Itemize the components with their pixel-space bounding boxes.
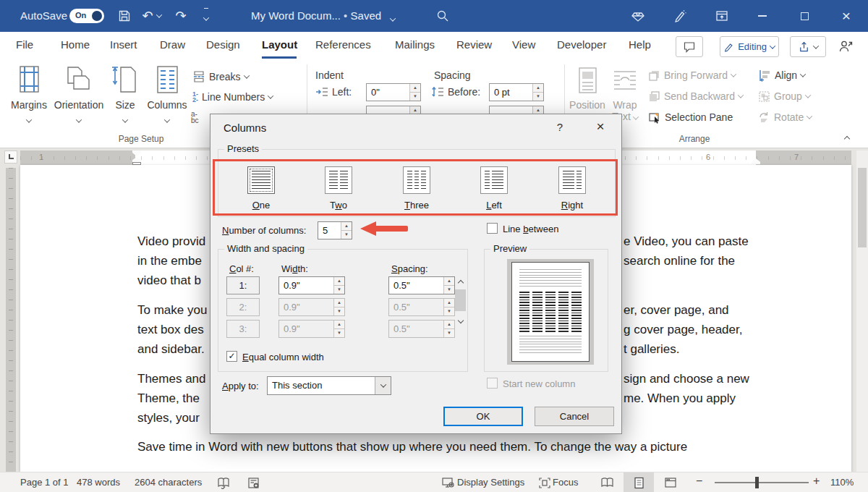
draw-pen-icon[interactable] bbox=[671, 7, 689, 25]
combobox-dropdown-icon[interactable] bbox=[375, 377, 391, 394]
character-count[interactable]: 2604 characters bbox=[135, 477, 202, 488]
zoom-in-button[interactable]: + bbox=[813, 475, 820, 488]
start-new-column-label: Start new column bbox=[503, 378, 575, 389]
scrollbar-thumb[interactable] bbox=[858, 168, 867, 247]
tab-insert[interactable]: Insert bbox=[110, 38, 137, 51]
hyphenation-button[interactable]: a-bc bbox=[191, 109, 199, 125]
equal-column-width-label: Equal column width bbox=[242, 352, 324, 362]
editing-mode-button[interactable]: Editing bbox=[720, 36, 779, 57]
search-icon[interactable] bbox=[434, 7, 451, 25]
apply-to-combobox[interactable]: This section bbox=[267, 376, 391, 395]
width-spinner-1[interactable]: ▲▼ bbox=[333, 277, 344, 294]
read-mode-button[interactable] bbox=[592, 472, 622, 492]
saved-status: Saved bbox=[351, 9, 382, 22]
scroll-up-icon[interactable] bbox=[454, 276, 467, 287]
equal-column-width-checkbox[interactable]: ✓ bbox=[226, 351, 237, 362]
minimize-button[interactable] bbox=[754, 7, 771, 25]
indent-left-row: Left: bbox=[315, 84, 352, 100]
apply-to-label: Apply to: bbox=[222, 381, 259, 391]
saved-dropdown-icon[interactable] bbox=[388, 11, 398, 28]
ok-button[interactable]: OK bbox=[443, 407, 523, 426]
spacing-spinner-1[interactable]: ▲▼ bbox=[443, 277, 454, 294]
focus-mode-label[interactable]: Focus bbox=[553, 477, 578, 488]
number-of-columns-spinner[interactable]: ▲▼ bbox=[341, 222, 352, 239]
premium-diamond-icon[interactable] bbox=[629, 7, 647, 25]
orientation-button[interactable]: Orientation bbox=[54, 63, 104, 125]
tab-design[interactable]: Design bbox=[206, 38, 240, 51]
rotate-button: Rotate bbox=[758, 109, 812, 125]
spacing-field-1[interactable]: 0.5" ▲▼ bbox=[388, 276, 455, 294]
tab-references[interactable]: References bbox=[315, 38, 371, 51]
tab-review[interactable]: Review bbox=[456, 38, 492, 51]
spacing-before-spinner[interactable]: ▲▼ bbox=[532, 84, 543, 101]
maximize-button[interactable] bbox=[796, 7, 813, 25]
width-field-1[interactable]: 0.9" ▲▼ bbox=[278, 276, 345, 294]
zoom-level[interactable]: 110% bbox=[830, 477, 854, 488]
width-field-3: 0.9" ▲▼ bbox=[278, 320, 345, 338]
rows-scrollbar[interactable] bbox=[454, 276, 467, 324]
tab-developer[interactable]: Developer bbox=[557, 38, 606, 51]
number-of-columns-field[interactable]: 5 ▲▼ bbox=[318, 221, 352, 239]
size-button[interactable]: Size bbox=[107, 63, 143, 125]
tab-draw[interactable]: Draw bbox=[160, 38, 185, 51]
collapse-ribbon-icon[interactable] bbox=[845, 131, 849, 144]
line-between-label: Line between bbox=[503, 224, 558, 234]
col-number-2: 2: bbox=[226, 298, 260, 316]
macro-recording-icon[interactable] bbox=[246, 475, 262, 490]
redo-icon[interactable]: ↷ bbox=[172, 7, 190, 25]
tab-layout[interactable]: Layout bbox=[262, 38, 297, 51]
zoom-slider[interactable] bbox=[715, 482, 809, 483]
autosave-toggle[interactable]: On bbox=[69, 9, 104, 23]
spacing-before-icon bbox=[431, 86, 444, 98]
preview-columns bbox=[519, 292, 582, 332]
ribbon-display-options-icon[interactable] bbox=[713, 7, 731, 25]
wrap-text-icon bbox=[606, 63, 644, 96]
document-title[interactable]: My Word Docum... • Saved bbox=[251, 9, 381, 22]
dialog-help-button[interactable]: ? bbox=[545, 114, 575, 139]
indent-left-field[interactable]: 0" ▲▼ bbox=[366, 83, 421, 101]
line-between-checkbox[interactable] bbox=[487, 223, 498, 234]
tab-home[interactable]: Home bbox=[61, 38, 90, 51]
spacing-before-field[interactable]: 0 pt ▲▼ bbox=[489, 83, 544, 101]
proofing-icon[interactable] bbox=[216, 475, 231, 490]
ribbon-tabs-row: File Home Insert Draw Design Layout Refe… bbox=[0, 32, 868, 60]
tab-file[interactable]: File bbox=[16, 38, 33, 51]
dialog-close-button[interactable]: × bbox=[585, 114, 616, 139]
presets-label: Presets bbox=[224, 143, 262, 154]
undo-icon[interactable]: ↶ bbox=[139, 7, 156, 25]
customize-quick-access-icon[interactable] bbox=[201, 7, 211, 25]
selection-pane-button[interactable]: Selection Pane bbox=[648, 109, 733, 125]
margins-button[interactable]: Margins bbox=[6, 63, 52, 125]
zoom-slider-thumb[interactable] bbox=[755, 477, 759, 488]
web-layout-button[interactable] bbox=[655, 472, 686, 492]
share-button[interactable] bbox=[790, 36, 826, 57]
save-icon[interactable] bbox=[116, 7, 133, 25]
presence-person-icon[interactable] bbox=[838, 39, 854, 56]
cancel-button[interactable]: Cancel bbox=[535, 407, 614, 426]
columns-button[interactable]: Columns bbox=[145, 63, 190, 125]
display-settings-label[interactable]: Display Settings bbox=[457, 477, 524, 488]
indent-left-spinner[interactable]: ▲▼ bbox=[409, 84, 420, 101]
tab-mailings[interactable]: Mailings bbox=[395, 38, 435, 51]
close-button[interactable]: × bbox=[838, 7, 855, 25]
tab-help[interactable]: Help bbox=[629, 38, 651, 51]
document-scrollbar[interactable] bbox=[856, 150, 868, 472]
word-count[interactable]: 478 words bbox=[77, 477, 120, 488]
undo-dropdown-icon[interactable] bbox=[155, 7, 163, 25]
line-numbers-button[interactable]: 1-2- Line Numbers bbox=[192, 89, 273, 105]
tab-stop-selector[interactable] bbox=[4, 150, 17, 164]
col-number-3: 3: bbox=[226, 320, 260, 338]
focus-mode-icon[interactable] bbox=[537, 475, 553, 490]
width-spinner-2: ▲▼ bbox=[333, 299, 344, 315]
tab-view[interactable]: View bbox=[512, 38, 535, 51]
comments-button[interactable] bbox=[676, 36, 703, 57]
display-settings-icon[interactable] bbox=[440, 475, 456, 490]
breaks-button[interactable]: Breaks bbox=[192, 69, 249, 85]
print-layout-button[interactable] bbox=[624, 472, 654, 492]
page-indicator[interactable]: Page 1 of 1 bbox=[20, 477, 69, 488]
align-button[interactable]: Align bbox=[758, 67, 805, 83]
scroll-down-icon[interactable] bbox=[454, 314, 467, 324]
zoom-out-button[interactable]: − bbox=[696, 475, 702, 488]
rows-scrollbar-thumb[interactable] bbox=[455, 289, 466, 311]
toggle-knob bbox=[92, 11, 102, 21]
